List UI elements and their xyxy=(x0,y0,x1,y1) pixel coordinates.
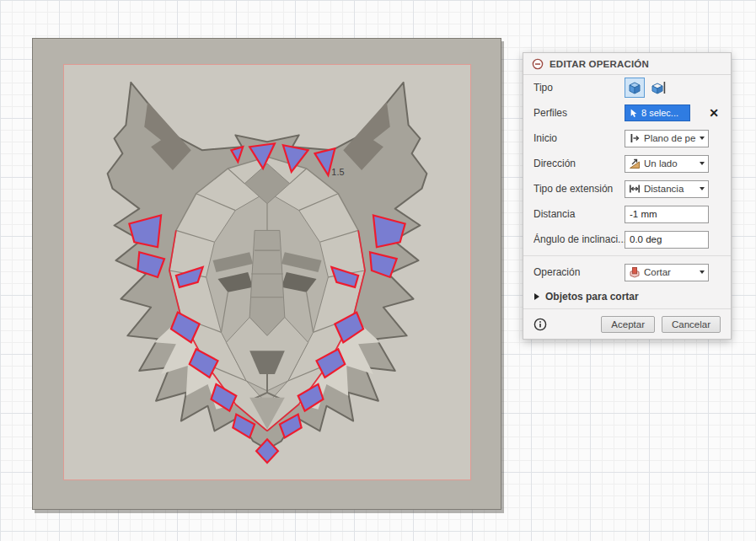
extent-type-dropdown[interactable]: Distancia xyxy=(625,180,709,198)
extension-label: Tipo de extensión xyxy=(533,183,625,195)
start-dropdown[interactable]: Plano de pe... xyxy=(625,130,709,147)
chevron-down-icon xyxy=(700,162,705,165)
row-tipo: Tipo xyxy=(523,75,731,100)
chevron-down-icon xyxy=(700,137,705,140)
row-angulo: Ángulo de inclinaci... xyxy=(523,227,731,252)
direction-value: Un lado xyxy=(644,158,696,169)
row-operacion: Operación Cortar xyxy=(523,260,731,285)
fusion-workspace: 1.5 EDITAR OPERACIÓN Tipo xyxy=(0,0,756,541)
row-direccion: Dirección Un lado xyxy=(523,151,731,176)
sketch-dimension-label: 1.5 xyxy=(331,167,344,177)
direccion-label: Dirección xyxy=(533,158,625,169)
disclosure-triangle-icon xyxy=(534,293,539,300)
extrude-solid-icon xyxy=(626,79,643,96)
wolf-model-canvas[interactable]: 1.5 xyxy=(64,65,470,479)
profiles-count: 8 selec... xyxy=(641,108,678,118)
edit-operation-dialog: EDITAR OPERACIÓN Tipo xyxy=(523,52,732,340)
accept-button[interactable]: Aceptar xyxy=(601,316,655,333)
row-distancia: Distancia xyxy=(523,201,731,227)
taper-angle-input[interactable] xyxy=(625,231,709,249)
info-icon[interactable] xyxy=(533,318,547,331)
one-side-direction-icon xyxy=(629,158,641,169)
angulo-label: Ángulo de inclinaci... xyxy=(533,233,625,245)
tipo-label: Tipo xyxy=(533,82,625,94)
objects-to-cut-section[interactable]: Objetos para cortar xyxy=(523,285,731,308)
dialog-header: EDITAR OPERACIÓN xyxy=(523,53,731,75)
chevron-down-icon xyxy=(700,187,705,190)
extrude-thin-icon xyxy=(650,79,667,96)
cursor-arrow-icon xyxy=(630,108,638,119)
distance-input[interactable] xyxy=(625,206,709,223)
row-inicio: Inicio Plano de pe... xyxy=(523,126,731,151)
distance-extent-icon xyxy=(629,183,641,195)
objects-to-cut-label: Objetos para cortar xyxy=(545,291,639,303)
operation-value: Cortar xyxy=(644,267,696,277)
model-viewport[interactable]: 1.5 xyxy=(32,38,501,510)
cut-operation-icon xyxy=(629,266,641,278)
profiles-selection-chip[interactable]: 8 selec... xyxy=(625,104,690,121)
inicio-label: Inicio xyxy=(533,132,625,144)
row-extension: Tipo de extensión Distancia xyxy=(523,176,731,201)
dialog-footer: Aceptar Cancelar xyxy=(523,308,731,339)
distancia-label: Distancia xyxy=(533,208,625,220)
operation-dropdown[interactable]: Cortar xyxy=(625,264,709,281)
start-value: Plano de pe... xyxy=(644,133,696,143)
direction-dropdown[interactable]: Un lado xyxy=(625,155,709,173)
extrude-solid-type-button[interactable] xyxy=(625,78,645,98)
perfiles-label: Perfiles xyxy=(533,107,625,119)
cancel-button[interactable]: Cancelar xyxy=(662,316,721,333)
extent-type-value: Distancia xyxy=(644,184,696,194)
extrude-thin-type-button[interactable] xyxy=(648,78,668,98)
profile-plane-icon xyxy=(629,132,641,144)
clear-selection-button[interactable]: ✕ xyxy=(707,107,721,119)
dialog-title: EDITAR OPERACIÓN xyxy=(550,59,649,69)
chevron-down-icon xyxy=(700,270,705,274)
separator xyxy=(523,255,731,256)
collapse-icon[interactable] xyxy=(532,58,544,70)
sketch-region[interactable]: 1.5 xyxy=(63,64,471,480)
row-perfiles: Perfiles 8 selec... ✕ xyxy=(523,100,731,126)
operacion-label: Operación xyxy=(533,266,625,278)
